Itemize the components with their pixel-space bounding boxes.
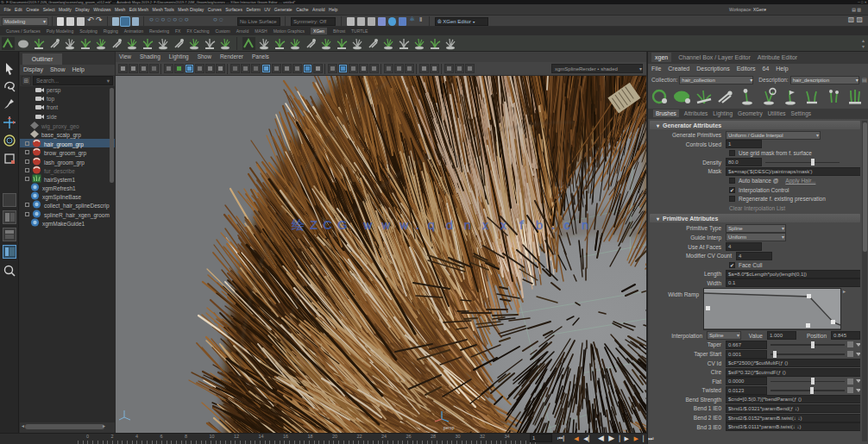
svg-text:persp: persp: [443, 425, 455, 430]
